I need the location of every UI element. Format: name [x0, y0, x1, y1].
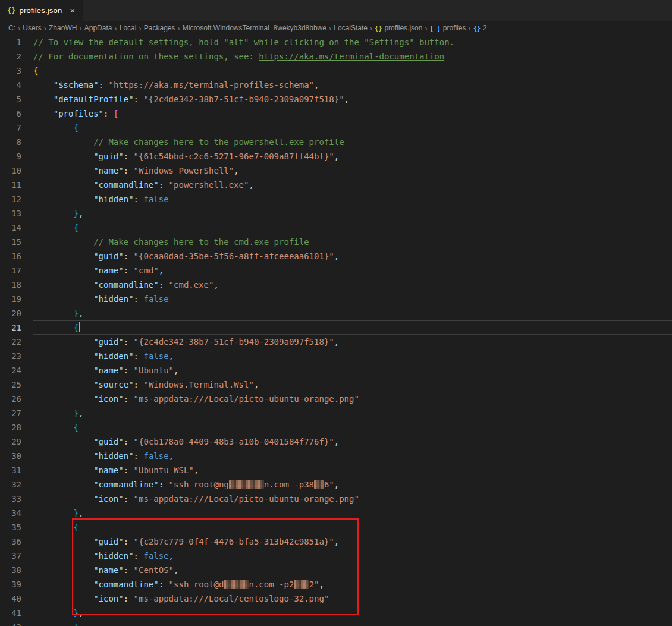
code-line-26[interactable]: 26 "icon": "ms-appdata:///Local/picto-ub… [0, 392, 672, 406]
token-plain: : [124, 152, 134, 161]
code-line-9[interactable]: 9 "guid": "{61c54bbd-c2c6-5271-96e7-009a… [0, 149, 672, 163]
token-plain: : [124, 266, 134, 275]
code-line-19[interactable]: 19 "hidden": false [0, 292, 672, 306]
code-line-17[interactable]: 17 "name": "cmd", [0, 263, 672, 278]
code-line-27[interactable]: 27 }, [0, 406, 672, 420]
code-line-21[interactable]: 21 { [0, 320, 672, 335]
breadcrumb-separator: › [425, 24, 427, 33]
token-key: "hidden" [93, 451, 133, 461]
code-line-41[interactable]: 41 }, [0, 606, 672, 620]
line-number: 27 [0, 406, 33, 420]
code-line-11[interactable]: 11 "commandline": "powershell.exe", [0, 178, 672, 192]
breadcrumb-item-users[interactable]: Users [23, 24, 41, 32]
code-line-5[interactable]: 5 "defaultProfile": "{2c4de342-38b7-51cf… [0, 92, 672, 106]
code-line-38[interactable]: 38 "name": "CentOS", [0, 563, 672, 577]
breadcrumb-item-packages[interactable]: Packages [144, 24, 175, 32]
line-number: 14 [0, 221, 33, 235]
token-comment: // Make changes here to the cmd.exe prof… [93, 237, 309, 247]
breadcrumb-item-localstate[interactable]: LocalState [334, 24, 368, 32]
breadcrumb-label: Packages [144, 24, 175, 32]
code-line-34[interactable]: 34 }, [0, 506, 672, 520]
code-editor[interactable]: 1// To view the default settings, hold "… [0, 35, 672, 626]
line-number: 24 [0, 363, 33, 378]
token-string: "ssh root@d [169, 580, 224, 589]
token-b3: } [73, 508, 78, 518]
line-content: "source": "Windows.Terminal.Wsl", [33, 378, 672, 392]
code-line-31[interactable]: 31 "name": "Ubuntu WSL", [0, 463, 672, 477]
breadcrumb-item-profiles-json[interactable]: {}profiles.json [375, 24, 422, 32]
code-line-28[interactable]: 28 { [0, 420, 672, 435]
breadcrumb-label: Users [23, 24, 41, 32]
code-line-24[interactable]: 24 "name": "Ubuntu", [0, 363, 672, 378]
code-line-33[interactable]: 33 "icon": "ms-appdata:///Local/picto-ub… [0, 492, 672, 506]
token-plain [33, 508, 73, 518]
code-line-15[interactable]: 15 // Make changes here to the cmd.exe p… [0, 235, 672, 249]
code-line-36[interactable]: 36 "guid": "{c2b7c779-0f4f-4476-bfa5-313… [0, 534, 672, 549]
line-content: { [33, 320, 672, 335]
code-line-12[interactable]: 12 "hidden": false [0, 192, 672, 206]
token-plain [33, 123, 73, 133]
token-string: 2" [309, 580, 319, 589]
code-line-22[interactable]: 22 "guid": "{2c4de342-38b7-51cf-b940-230… [0, 335, 672, 349]
code-line-29[interactable]: 29 "guid": "{0cb178a0-4409-48b3-a10b-040… [0, 435, 672, 449]
code-line-14[interactable]: 14 { [0, 221, 672, 235]
code-line-10[interactable]: 10 "name": "Windows PowerShell", [0, 163, 672, 178]
line-content: // Make changes here to the powershell.e… [33, 135, 672, 149]
breadcrumb-item-2[interactable]: {}2 [473, 24, 487, 32]
code-line-30[interactable]: 30 "hidden": false, [0, 449, 672, 463]
breadcrumb-item-zhaowh[interactable]: ZhaoWH [49, 24, 77, 32]
code-line-25[interactable]: 25 "source": "Windows.Terminal.Wsl", [0, 378, 672, 392]
breadcrumb-label: C: [8, 24, 15, 32]
token-plain [33, 437, 93, 446]
code-line-4[interactable]: 4 "$schema": "https://aka.ms/terminal-pr… [0, 78, 672, 92]
tab-profiles-json[interactable]: {} profiles.json × [0, 0, 83, 21]
code-line-20[interactable]: 20 }, [0, 306, 672, 320]
token-string: "ms-appdata:///Local/picto-ubuntu-orange… [134, 394, 359, 404]
code-line-2[interactable]: 2// For documentation on these settings,… [0, 49, 672, 64]
breadcrumb-item-local[interactable]: Local [120, 24, 137, 32]
code-line-37[interactable]: 37 "hidden": false, [0, 549, 672, 563]
code-line-13[interactable]: 13 }, [0, 206, 672, 221]
code-line-8[interactable]: 8 // Make changes here to the powershell… [0, 135, 672, 149]
token-plain: : [159, 280, 169, 290]
line-content: }, [33, 306, 672, 320]
token-plain: : [134, 451, 144, 461]
line-content: "name": "cmd", [33, 263, 672, 278]
code-line-35[interactable]: 35 { [0, 520, 672, 534]
line-content: }, [33, 606, 672, 620]
breadcrumb-item-appdata[interactable]: AppData [84, 24, 112, 32]
code-line-39[interactable]: 39 "commandline": "ssh root@d n.com -p2 … [0, 577, 672, 592]
token-key: "guid" [93, 537, 124, 546]
redacted-text [229, 480, 264, 489]
token-string: "CentOS" [134, 565, 174, 575]
line-number: 36 [0, 534, 33, 549]
token-key: "guid" [93, 251, 124, 261]
code-line-42[interactable]: 42 { [0, 620, 672, 626]
code-line-16[interactable]: 16 "guid": "{0caa0dad-35be-5f56-a8ff-afc… [0, 249, 672, 263]
code-line-1[interactable]: 1// To view the default settings, hold "… [0, 35, 672, 49]
line-content: "guid": "{61c54bbd-c2c6-5271-96e7-009a87… [33, 149, 672, 163]
breadcrumb-label: Microsoft.WindowsTerminal_8wekyb3d8bbwe [183, 24, 326, 32]
token-string: "cmd.exe" [169, 280, 214, 290]
line-content: "guid": "{0cb178a0-4409-48b3-a10b-040158… [33, 435, 672, 449]
token-plain: , [78, 608, 83, 618]
breadcrumb-item-profiles[interactable]: [ ]profiles [430, 24, 466, 32]
line-number: 23 [0, 349, 33, 363]
redacted-text [314, 480, 324, 489]
code-line-40[interactable]: 40 "icon": "ms-appdata:///Local/centoslo… [0, 592, 672, 606]
breadcrumb-item-c[interactable]: C: [8, 24, 15, 32]
code-line-23[interactable]: 23 "hidden": false, [0, 349, 672, 363]
token-plain [33, 394, 93, 404]
token-string: "{2c4de342-38b7-51cf-b940-2309a097f518}" [134, 337, 334, 347]
token-plain: , [319, 580, 324, 589]
code-line-18[interactable]: 18 "commandline": "cmd.exe", [0, 278, 672, 292]
breadcrumb-separator: › [44, 24, 46, 33]
code-line-3[interactable]: 3{ [0, 64, 672, 78]
close-tab-icon[interactable]: × [68, 5, 77, 15]
code-line-32[interactable]: 32 "commandline": "ssh root@ng n.com -p3… [0, 477, 672, 492]
token-plain [33, 166, 93, 175]
code-line-7[interactable]: 7 { [0, 121, 672, 135]
code-line-6[interactable]: 6 "profiles": [ [0, 106, 672, 121]
line-content: "icon": "ms-appdata:///Local/picto-ubunt… [33, 392, 672, 406]
breadcrumb-item-microsoft-windowsterminal-8wekyb3d8bbwe[interactable]: Microsoft.WindowsTerminal_8wekyb3d8bbwe [183, 24, 326, 32]
